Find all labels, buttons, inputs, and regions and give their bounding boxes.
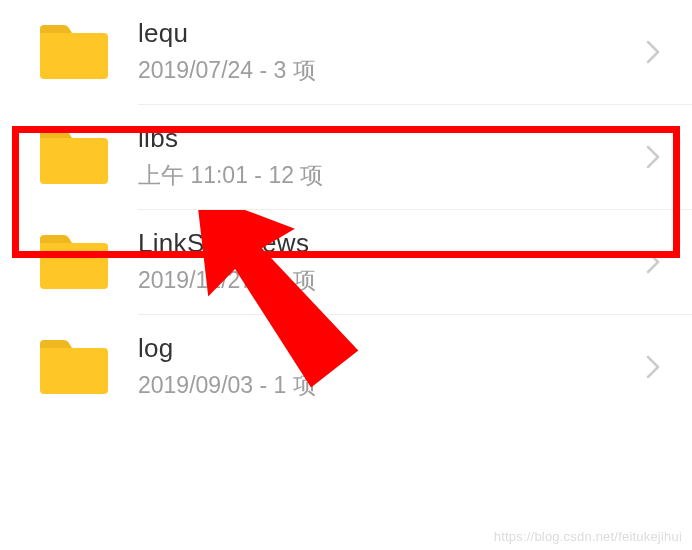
file-info: lequ 2019/07/24 - 3 项 <box>138 18 646 86</box>
watermark: https://blog.csdn.net/feitukejihui <box>494 529 682 544</box>
folder-icon <box>36 338 108 396</box>
file-name: log <box>138 333 646 364</box>
file-item[interactable]: LinkSureNews 2019/12/27 - 2 项 <box>0 210 692 314</box>
file-info: libs 上午 11:01 - 12 项 <box>138 123 646 191</box>
folder-icon <box>36 233 108 291</box>
file-info: LinkSureNews 2019/12/27 - 2 项 <box>138 228 646 296</box>
file-meta: 2019/07/24 - 3 项 <box>138 55 646 86</box>
file-meta: 2019/09/03 - 1 项 <box>138 370 646 401</box>
file-list: lequ 2019/07/24 - 3 项 libs 上午 11:01 - 12… <box>0 0 692 419</box>
file-item[interactable]: log 2019/09/03 - 1 项 <box>0 315 692 419</box>
folder-icon <box>36 128 108 186</box>
file-name: lequ <box>138 18 646 49</box>
folder-icon <box>36 23 108 81</box>
file-item[interactable]: libs 上午 11:01 - 12 项 <box>0 105 692 209</box>
file-meta: 2019/12/27 - 2 项 <box>138 265 646 296</box>
chevron-right-icon <box>646 145 660 169</box>
file-name: libs <box>138 123 646 154</box>
file-name: LinkSureNews <box>138 228 646 259</box>
chevron-right-icon <box>646 40 660 64</box>
file-item[interactable]: lequ 2019/07/24 - 3 项 <box>0 0 692 104</box>
chevron-right-icon <box>646 250 660 274</box>
file-info: log 2019/09/03 - 1 项 <box>138 333 646 401</box>
file-meta: 上午 11:01 - 12 项 <box>138 160 646 191</box>
chevron-right-icon <box>646 355 660 379</box>
